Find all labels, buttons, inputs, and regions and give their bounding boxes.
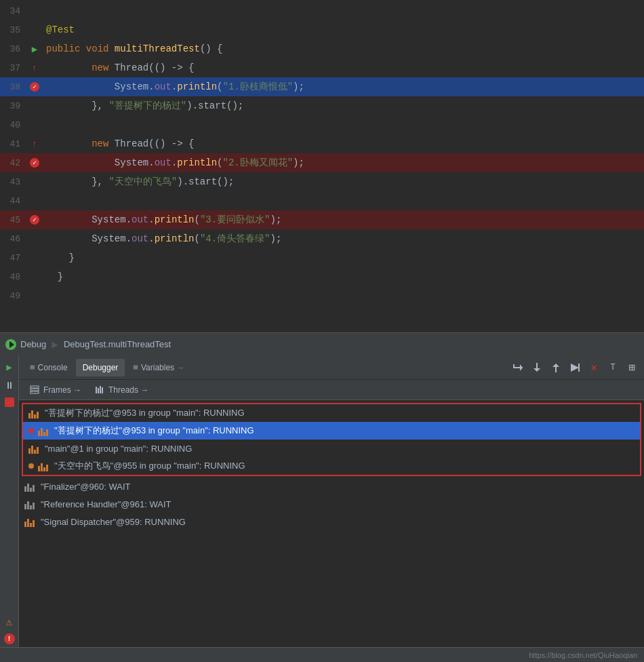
debug-bar: Debug ▶ DebugTest.multiThreadTest <box>0 332 644 355</box>
frames-tab[interactable]: Frames → <box>24 383 87 397</box>
code-text: } <box>43 252 75 263</box>
thread-group-bordered: "菩提树下的杨过"@953 in group "main": RUNNING "… <box>22 403 641 476</box>
svg-rect-10 <box>31 389 39 391</box>
debug-bar-separator: ▶ <box>52 338 58 351</box>
code-line-45: 45 System.out.println("3.要问卧似水"); <box>0 210 644 229</box>
code-line-46: 46 System.out.println("4.倚头答春绿"); <box>0 229 644 248</box>
tab-console[interactable]: ≡ Console <box>23 359 75 376</box>
thread-name-1: "菩提树下的杨过"@953 in group "main": RUNNING <box>45 407 245 419</box>
debug-session: DebugTest.multiThreadTest <box>64 339 171 349</box>
svg-rect-11 <box>31 391 39 393</box>
line-number: 46 <box>0 234 26 244</box>
code-text: } <box>43 271 63 282</box>
svg-rect-15 <box>102 387 103 393</box>
step-into-icon[interactable] <box>529 359 545 376</box>
trace-icon[interactable]: T <box>605 359 621 376</box>
thread-item-4[interactable]: "天空中的飞鸟"@955 in group "main": RUNNING <box>23 457 640 475</box>
threads-tab[interactable]: Threads → <box>89 383 154 397</box>
thread-item-5[interactable]: "Finalizer"@960: WAIT <box>19 478 644 495</box>
code-text: }, "天空中的飞鸟").start(); <box>43 176 234 188</box>
breakpoint-icon <box>30 158 39 168</box>
line-number: 42 <box>0 158 26 168</box>
code-line-39: 39 }, "菩提树下的杨过").start(); <box>0 96 644 115</box>
line-gutter <box>26 215 43 225</box>
step-out-icon[interactable] <box>548 359 564 376</box>
frames-tab-label: Frames → <box>43 385 81 395</box>
code-line-43: 43 }, "天空中的飞鸟").start(); <box>0 172 644 191</box>
thread-item-3[interactable]: "main"@1 in group "main": RUNNING <box>23 440 640 457</box>
thread-item-1[interactable]: "菩提树下的杨过"@953 in group "main": RUNNING <box>23 404 640 422</box>
breakpoint-icon <box>30 82 39 92</box>
code-line-40: 40 <box>0 115 644 134</box>
svg-rect-8 <box>578 364 580 372</box>
code-text: new Thread(() -> { <box>43 62 194 73</box>
thread-dot-2 <box>28 428 34 433</box>
warning-icon[interactable]: ⚠ <box>2 615 17 629</box>
url-text: https://blog.csdn.net/QiuHaoqian <box>529 651 637 659</box>
tab-debugger[interactable]: Debugger <box>76 359 125 376</box>
variables-icon: ≡ <box>133 362 138 372</box>
thread-item-7[interactable]: "Signal Dispatcher"@959: RUNNING <box>19 513 644 530</box>
svg-marker-1 <box>520 364 523 371</box>
pause-icon[interactable]: ⏸ <box>2 378 17 393</box>
step-over-icon[interactable] <box>510 359 526 376</box>
line-gutter: ↑ <box>26 63 43 73</box>
thread-list: "菩提树下的杨过"@953 in group "main": RUNNING "… <box>19 400 644 647</box>
toolbar-icons: ✕ T ⊞ <box>510 359 640 376</box>
code-text: System.out.println("2.卧梅又闻花"); <box>43 157 304 169</box>
tab-variables[interactable]: ≡ Variables → <box>126 359 191 376</box>
line-number: 43 <box>0 177 26 187</box>
tab-debugger-label: Debugger <box>83 363 119 372</box>
code-text: System.out.println("4.倚头答春绿"); <box>43 233 281 245</box>
code-text: new Thread(() -> { <box>43 138 194 149</box>
thread-name-7: "Signal Dispatcher"@959: RUNNING <box>41 517 186 527</box>
code-line-34: 34 <box>0 1 644 20</box>
code-text: System.out.println("1.卧枝商恨低"); <box>43 81 304 93</box>
debug-play-icon <box>5 339 16 350</box>
sub-tabs-row: Frames → Threads → <box>19 380 644 400</box>
code-text: }, "菩提树下的杨过").start(); <box>43 100 243 112</box>
tabs-row: ≡ Console Debugger ≡ Variables → <box>19 355 644 380</box>
line-number: 35 <box>0 25 26 35</box>
variables-arrow: → <box>177 364 184 372</box>
debug-label: Debug <box>20 339 46 349</box>
svg-marker-7 <box>571 364 579 372</box>
debug-panel: Debug ▶ DebugTest.multiThreadTest ▶ ⏸ ⚠ … <box>0 332 644 662</box>
line-gutter <box>26 82 43 92</box>
svg-rect-14 <box>100 386 101 393</box>
code-line-38: 38 System.out.println("1.卧枝商恨低"); <box>0 77 644 96</box>
thread-item-6[interactable]: "Reference Handler"@961: WAIT <box>19 495 644 513</box>
thread-name-5: "Finalizer"@960: WAIT <box>41 482 130 492</box>
stop-icon[interactable] <box>5 397 14 407</box>
line-number: 37 <box>0 63 26 73</box>
thread-icon-5 <box>24 481 37 492</box>
line-number: 48 <box>0 272 26 282</box>
debug-content: ▶ ⏸ ⚠ ! ≡ Console Debugger <box>0 355 644 647</box>
bottom-bar: https://blog.csdn.net/QiuHaoqian <box>0 647 644 662</box>
resume-icon[interactable]: ▶ <box>2 359 17 374</box>
line-number: 39 <box>0 101 26 111</box>
svg-rect-13 <box>98 388 99 393</box>
line-number: 41 <box>0 139 26 149</box>
svg-rect-2 <box>513 364 515 368</box>
svg-rect-9 <box>31 386 39 388</box>
code-line-41: 41 ↑ new Thread(() -> { <box>0 134 644 153</box>
code-line-37: 37 ↑ new Thread(() -> { <box>0 58 644 77</box>
svg-rect-12 <box>96 387 97 393</box>
run-to-cursor-icon[interactable] <box>567 359 583 376</box>
thread-dot-4 <box>28 463 34 469</box>
settings-icon[interactable]: ⊞ <box>624 359 640 376</box>
left-toolbar: ▶ ⏸ ⚠ ! <box>0 355 19 647</box>
thread-icon-4 <box>38 461 50 471</box>
thread-icon-1 <box>28 408 41 418</box>
thread-icon-3 <box>28 443 41 454</box>
line-gutter: ▶ <box>26 43 43 55</box>
thread-item-2[interactable]: "菩提树下的杨过"@953 in group "main": RUNNING <box>23 422 640 440</box>
code-line-49: 49 <box>0 286 644 305</box>
threads-tab-label: Threads → <box>108 385 148 395</box>
evaluate-icon[interactable]: ✕ <box>586 359 602 376</box>
line-number: 44 <box>0 196 26 206</box>
thread-icon-2 <box>38 425 50 436</box>
error-icon[interactable]: ! <box>4 634 15 644</box>
tab-variables-label: Variables <box>141 363 174 372</box>
